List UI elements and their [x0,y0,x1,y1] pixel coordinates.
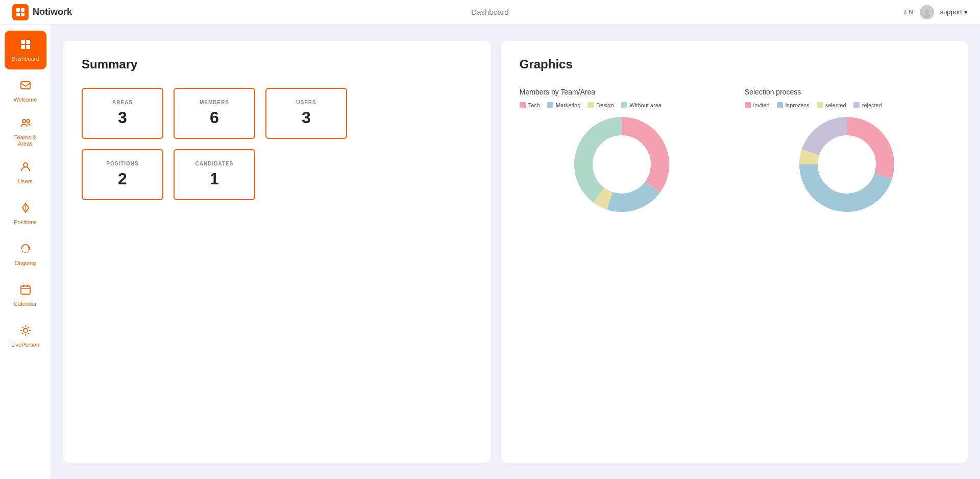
legend-label-selected: selected [825,102,846,108]
legend-dot-marketing [547,102,553,108]
summary-grid: AREAS 3 MEMBERS 6 USERS 3 POSITIONS [82,88,473,200]
svg-point-12 [27,119,30,123]
legend-dot-invited [745,102,751,108]
topnav-right: EN support ▾ [904,5,968,19]
svg-point-13 [23,163,28,167]
summary-box-areas[interactable]: AREAS 3 [82,88,163,139]
positions-value: 2 [118,170,127,188]
members-value: 6 [210,108,219,127]
dashboard-icon [19,38,32,54]
legend-label-invited: invited [753,102,770,108]
svg-rect-1 [21,8,24,12]
chart2-legend: invited inprocess selected rejected [745,102,949,108]
svg-rect-9 [26,45,30,49]
graphics-title: Graphics [520,57,949,71]
sidebar-item-users[interactable]: Users [5,153,46,192]
legend-design: Design [587,102,614,108]
legend-label-marketing: Marketing [556,102,580,108]
legend-selected: selected [817,102,846,108]
logo-text: Notiwork [33,7,72,17]
svg-point-5 [923,14,930,17]
logo[interactable]: Notiwork [12,4,72,20]
summary-card: Summary AREAS 3 MEMBERS 6 USERS 3 [63,41,491,463]
calendar-icon [19,283,32,299]
legend-label-inprocess: inprocess [786,102,810,108]
positions-icon [19,202,32,217]
summary-row-1: AREAS 3 MEMBERS 6 USERS 3 [82,88,473,139]
legend-dot-design [587,102,594,108]
graphics-card: Graphics Members by Team/Area Tech Marke… [501,41,968,463]
svg-rect-10 [21,82,30,89]
svg-rect-2 [16,13,20,16]
svg-rect-7 [26,40,30,44]
page-title: Dashboard [471,8,508,16]
sidebar-item-dashboard[interactable]: Dashboard [5,31,46,69]
sidebar-label-welcome: Welcome [14,97,37,103]
summary-box-positions[interactable]: POSITIONS 2 [82,149,163,200]
lang-selector[interactable]: EN [904,8,914,16]
svg-point-32 [595,138,648,191]
svg-point-19 [23,328,28,332]
legend-without-area: Without area [621,102,662,108]
legend-label-rejected: rejected [862,102,882,108]
main-layout: Dashboard Welcome Teams &Are [0,25,980,479]
chart-members: Members by Team/Area Tech Marketing D [520,88,724,215]
chart-selection: Selection process invited inprocess s [745,88,949,215]
sidebar-label-liveperson: LivePerson [11,342,39,348]
sidebar: Dashboard Welcome Teams &Are [0,25,51,479]
user-menu[interactable]: support ▾ [940,8,968,16]
sidebar-label-dashboard: Dashboard [12,56,39,62]
summary-box-users[interactable]: USERS 3 [265,88,347,139]
svg-line-25 [28,333,29,334]
legend-invited: invited [745,102,770,108]
welcome-icon [19,79,32,94]
chart-selection-title: Selection process [745,88,949,96]
summary-row-2: POSITIONS 2 CANDIDATES 1 [82,149,473,200]
svg-line-26 [28,327,29,328]
svg-point-11 [22,119,26,123]
summary-box-candidates[interactable]: CANDIDATES 1 [174,149,255,200]
ongoing-icon [19,243,32,258]
candidates-value: 1 [210,170,219,188]
chevron-down-icon: ▾ [964,8,968,16]
positions-label: POSITIONS [106,161,138,166]
summary-title: Summary [82,57,473,71]
legend-dot-rejected [853,102,860,108]
svg-rect-6 [21,40,25,44]
legend-dot-selected [817,102,823,108]
legend-marketing: Marketing [547,102,580,108]
sidebar-label-positions: Positions [14,219,37,225]
svg-point-4 [925,9,929,13]
avatar[interactable] [920,5,934,19]
users-value: 3 [302,108,311,127]
candidates-label: CANDIDATES [195,161,234,166]
chart1-donut [520,113,724,215]
areas-label: AREAS [112,100,133,105]
sidebar-label-calendar: Calendar [14,301,37,307]
svg-line-24 [21,327,22,328]
sidebar-label-users: Users [18,178,33,184]
legend-inprocess: inprocess [777,102,810,108]
svg-point-37 [820,138,873,191]
svg-rect-3 [21,13,24,16]
chart2-donut [745,113,949,215]
legend-label-without-area: Without area [630,102,662,108]
topnav: Notiwork Dashboard EN support ▾ [0,0,980,25]
logo-icon [12,4,29,20]
sidebar-item-welcome[interactable]: Welcome [5,71,46,110]
members-label: MEMBERS [200,100,229,105]
svg-rect-0 [16,8,20,12]
sidebar-item-ongoing[interactable]: Ongoing [5,235,46,274]
legend-tech: Tech [520,102,540,108]
sidebar-item-teams-areas[interactable]: Teams &Areas [5,112,46,151]
users-label: USERS [296,100,316,105]
sidebar-item-positions[interactable]: Positions [5,194,46,233]
legend-label-tech: Tech [528,102,540,108]
graphics-inner: Members by Team/Area Tech Marketing D [520,88,949,215]
chart-members-title: Members by Team/Area [520,88,724,96]
summary-box-members[interactable]: MEMBERS 6 [174,88,255,139]
liveperson-icon [19,324,32,340]
sidebar-item-calendar[interactable]: Calendar [5,276,46,315]
sidebar-item-liveperson[interactable]: LivePerson [5,317,46,355]
sidebar-label-ongoing: Ongoing [15,260,36,266]
